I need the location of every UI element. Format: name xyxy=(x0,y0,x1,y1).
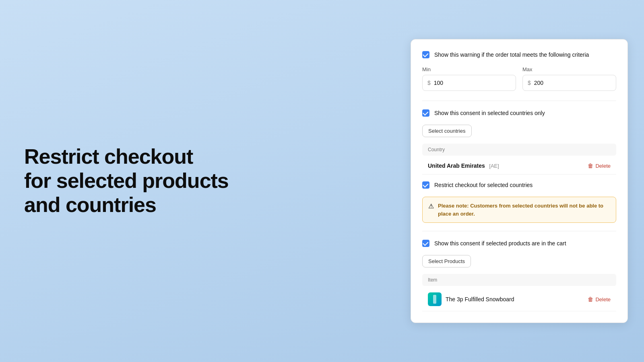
min-prefix: $ xyxy=(427,80,431,86)
products-table-header: Item xyxy=(422,274,616,286)
min-field-group: Min $ xyxy=(422,66,516,91)
products-label: Show this consent if selected products a… xyxy=(434,239,566,248)
product-name: The 3p Fulfilled Snowboard xyxy=(446,296,514,302)
products-section-row: Show this consent if selected products a… xyxy=(422,239,616,248)
country-name-group: United Arab Emirates [AE] xyxy=(428,162,499,169)
hero-section: Restrict checkout for selected products … xyxy=(0,113,394,249)
max-input-wrapper: $ xyxy=(522,75,616,91)
max-prefix: $ xyxy=(528,80,531,86)
min-label: Min xyxy=(422,66,516,72)
min-max-row: Min $ Max $ xyxy=(422,66,616,91)
criteria-checkbox[interactable] xyxy=(422,51,429,58)
products-checkbox[interactable] xyxy=(422,240,429,247)
country-code: [AE] xyxy=(489,163,499,169)
criteria-label: Show this warning if the order total mee… xyxy=(434,51,589,59)
delete-country-button[interactable]: 🗑 Delete xyxy=(588,162,611,169)
product-thumbnail-inner xyxy=(433,295,436,304)
product-row: The 3p Fulfilled Snowboard 🗑 Delete xyxy=(422,288,616,311)
warning-icon: ⚠ xyxy=(428,202,434,210)
min-input[interactable] xyxy=(434,80,511,86)
delete-product-button[interactable]: 🗑 Delete xyxy=(588,296,611,302)
max-input[interactable] xyxy=(534,80,611,86)
country-table-header: Country xyxy=(422,144,616,156)
select-products-button[interactable]: Select Products xyxy=(422,255,471,267)
country-name: United Arab Emirates xyxy=(428,162,485,169)
right-section: Show this warning if the order total mee… xyxy=(394,23,644,339)
restrict-label: Restrict checkout for selected countries xyxy=(434,181,533,189)
settings-card: Show this warning if the order total mee… xyxy=(411,39,628,323)
select-countries-button[interactable]: Select countries xyxy=(422,125,472,137)
warning-text: Please note: Customers from selected cou… xyxy=(438,202,610,218)
product-info: The 3p Fulfilled Snowboard xyxy=(428,292,588,306)
warning-box: ⚠ Please note: Customers from selected c… xyxy=(422,197,616,223)
max-field-group: Max $ xyxy=(522,66,616,91)
countries-label: Show this consent in selected countries … xyxy=(434,109,545,117)
restrict-checkbox[interactable] xyxy=(422,181,429,189)
countries-checkbox[interactable] xyxy=(422,109,429,117)
delete-product-icon: 🗑 xyxy=(588,296,593,302)
countries-section-row: Show this consent in selected countries … xyxy=(422,109,616,117)
min-input-wrapper: $ xyxy=(422,75,516,91)
max-label: Max xyxy=(522,66,616,72)
product-thumbnail xyxy=(428,292,442,306)
divider-1 xyxy=(422,101,616,101)
divider-2 xyxy=(422,231,616,231)
criteria-row: Show this warning if the order total mee… xyxy=(422,51,616,59)
delete-country-icon: 🗑 xyxy=(588,162,593,169)
restrict-row: Restrict checkout for selected countries xyxy=(422,181,616,189)
country-row: United Arab Emirates [AE] 🗑 Delete xyxy=(422,157,616,175)
main-title: Restrict checkout for selected products … xyxy=(24,145,370,217)
